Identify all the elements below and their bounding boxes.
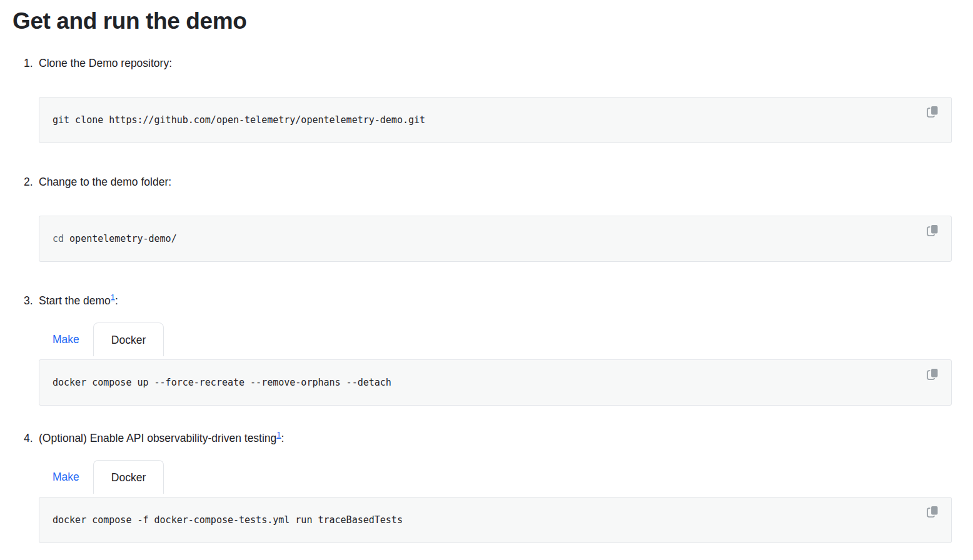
footnote-sup: 1 xyxy=(276,430,281,439)
code-block-docker-up: docker compose up --force-recreate --rem… xyxy=(39,359,952,406)
footnote-link[interactable]: 1 xyxy=(276,430,281,439)
code-text: git clone https://github.com/open-teleme… xyxy=(53,113,907,127)
copy-icon xyxy=(927,373,939,382)
tab-docker[interactable]: Docker xyxy=(93,460,164,494)
copy-button[interactable] xyxy=(925,503,941,519)
copy-button[interactable] xyxy=(925,366,941,382)
code-text: cd opentelemetry-demo/ xyxy=(53,232,907,246)
step-number: 2. xyxy=(24,174,33,189)
step-number: 1. xyxy=(24,56,33,71)
code-text: docker compose up --force-recreate --rem… xyxy=(53,376,907,389)
footnote-sup: 1 xyxy=(111,292,115,302)
copy-button[interactable] xyxy=(925,103,941,119)
code-block-trace-tests: docker compose -f docker-compose-tests.y… xyxy=(39,497,952,543)
step-label-suffix: : xyxy=(115,294,118,307)
step-clone-repo: 1. Clone the Demo repository: git clone … xyxy=(13,56,952,143)
tab-group-start-demo: Make Docker xyxy=(39,322,952,356)
code-block-git-clone: git clone https://github.com/open-teleme… xyxy=(39,97,952,143)
code-command: cd xyxy=(53,233,69,244)
copy-icon xyxy=(927,229,939,239)
step-label: Start the demo1: xyxy=(39,293,952,308)
step-label: Change to the demo folder: xyxy=(39,174,952,189)
step-label-text: (Optional) Enable API observability-driv… xyxy=(39,432,276,444)
step-change-folder: 2. Change to the demo folder: cd opentel… xyxy=(13,174,952,262)
page-title: Get and run the demo xyxy=(13,6,952,36)
step-label: Clone the Demo repository: xyxy=(39,56,952,71)
step-label: (Optional) Enable API observability-driv… xyxy=(39,431,952,446)
tab-make[interactable]: Make xyxy=(39,460,93,494)
footnote-link[interactable]: 1 xyxy=(111,292,115,302)
tab-make[interactable]: Make xyxy=(39,322,93,356)
copy-icon xyxy=(927,111,939,120)
step-label-text: Start the demo xyxy=(39,294,111,307)
tab-docker[interactable]: Docker xyxy=(93,322,164,356)
step-start-demo: 3. Start the demo1: Make Docker docker c… xyxy=(13,293,952,406)
tab-group-enable-testing: Make Docker xyxy=(39,460,952,494)
docs-content: Get and run the demo 1. Clone the Demo r… xyxy=(0,0,973,543)
code-text: docker compose -f docker-compose-tests.y… xyxy=(53,513,907,527)
copy-icon xyxy=(927,511,939,520)
step-enable-testing: 4. (Optional) Enable API observability-d… xyxy=(13,431,952,543)
code-args: opentelemetry-demo/ xyxy=(69,233,177,244)
step-label-suffix: : xyxy=(281,432,285,444)
step-number: 3. xyxy=(24,293,33,308)
copy-button[interactable] xyxy=(925,222,941,238)
step-number: 4. xyxy=(24,431,33,446)
code-block-cd: cd opentelemetry-demo/ xyxy=(39,216,952,262)
